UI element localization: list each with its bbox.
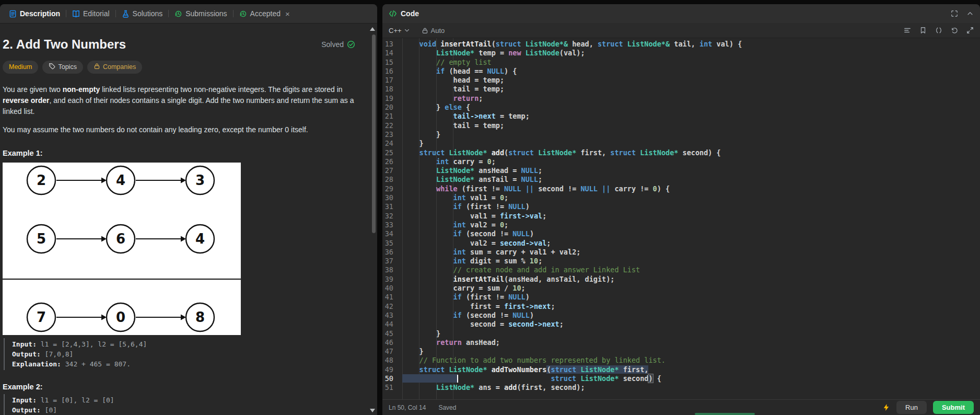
- language-selector[interactable]: C++: [389, 27, 410, 34]
- code-line[interactable]: 28 ListNode* ansTail = NULL;: [382, 175, 980, 184]
- linked-list-diagram: 243564708: [3, 163, 369, 335]
- code-line-text: tail = temp;: [393, 85, 504, 94]
- code-line[interactable]: 34 if (second != NULL): [382, 229, 980, 238]
- code-line[interactable]: 18 tail = temp;: [382, 85, 980, 94]
- autocomplete-toggle[interactable]: Auto: [422, 27, 445, 34]
- scroll-up-arrow[interactable]: [370, 27, 375, 31]
- line-number: 43: [382, 311, 393, 320]
- tab-editorial[interactable]: Editorial: [67, 9, 114, 18]
- code-line[interactable]: 20 } else {: [382, 103, 980, 112]
- code-line[interactable]: 47 }: [382, 347, 980, 356]
- line-number: 25: [382, 148, 393, 157]
- code-line-text: return ansHead;: [393, 338, 500, 347]
- code-line[interactable]: 31 if (first != NULL): [382, 202, 980, 211]
- code-line[interactable]: 42 first = first->next;: [382, 302, 980, 311]
- line-number: 44: [382, 320, 393, 329]
- expand-icon[interactable]: [966, 27, 974, 34]
- code-line-text: struct ListNode* addTwoNumbers(struct Li…: [393, 365, 648, 374]
- run-button[interactable]: Run: [896, 401, 927, 414]
- scroll-down-arrow[interactable]: [370, 409, 375, 412]
- code-line[interactable]: 45 }: [382, 329, 980, 338]
- code-line[interactable]: 24 }: [382, 139, 980, 148]
- badge-companies[interactable]: Companies: [87, 61, 142, 74]
- code-line[interactable]: 29 while (first != NULL || second != NUL…: [382, 185, 980, 193]
- code-line[interactable]: 49 struct ListNode* addTwoNumbers(struct…: [382, 365, 980, 374]
- tab-solutions[interactable]: Solutions: [117, 9, 168, 18]
- code-line-text: return;: [393, 94, 483, 103]
- horizontal-scrollbar-thumb[interactable]: [695, 413, 755, 415]
- code-line[interactable]: 32 val1 = first->val;: [382, 212, 980, 221]
- code-line[interactable]: 38 // create node and add in answer Link…: [382, 266, 980, 274]
- chevron-up-icon[interactable]: [966, 10, 974, 17]
- code-line[interactable]: 19 return;: [382, 94, 980, 103]
- tab-description[interactable]: Description: [4, 9, 65, 18]
- code-line[interactable]: 26 int carry = 0;: [382, 157, 980, 166]
- code-line-text: } else {: [393, 103, 470, 112]
- code-line[interactable]: 51 ListNode* ans = add(first, second);: [382, 383, 980, 392]
- code-line[interactable]: 14 ListNode* temp = new ListNode(val);: [382, 49, 980, 57]
- code-line[interactable]: 15 // empty list: [382, 58, 980, 67]
- line-number: 48: [382, 356, 393, 365]
- code-line-text: if (head == NULL) {: [393, 67, 517, 76]
- bolt-icon[interactable]: [882, 404, 890, 411]
- status-bar-actions: Run Submit: [882, 401, 974, 414]
- code-line-text: ListNode* ansTail = NULL;: [393, 175, 542, 184]
- code-line[interactable]: 25 struct ListNode* add(struct ListNode*…: [382, 148, 980, 157]
- badge-topics[interactable]: Topics: [42, 61, 83, 74]
- close-icon[interactable]: ×: [285, 10, 290, 18]
- code-line[interactable]: 23 }: [382, 130, 980, 139]
- code-line-text: struct ListNode* add(struct ListNode* fi…: [393, 148, 721, 157]
- code-line[interactable]: 43 if (second != NULL): [382, 311, 980, 320]
- code-line[interactable]: 46 return ansHead;: [382, 338, 980, 347]
- undo-icon[interactable]: [951, 27, 958, 34]
- example-row: Explanation: 342 + 465 = 807.: [12, 359, 369, 369]
- code-line[interactable]: 41 if (first != NULL): [382, 293, 980, 302]
- problem-description: You are given two non-empty linked lists…: [3, 84, 368, 135]
- code-line-text: int val2 = 0;: [393, 221, 508, 229]
- code-line-text: ListNode* ans = add(first, second);: [393, 383, 585, 392]
- code-line[interactable]: 16 if (head == NULL) {: [382, 67, 980, 76]
- code-line[interactable]: 50 struct ListNode* second) {: [382, 374, 980, 383]
- badge-medium[interactable]: Medium: [3, 61, 38, 74]
- code-line[interactable]: 21 tail->next = temp;: [382, 112, 980, 121]
- parens-icon[interactable]: [935, 27, 942, 34]
- editor-status-bar: Ln 50, Col 14 Saved Run Submit: [382, 399, 980, 415]
- solved-label: Solved: [321, 40, 344, 49]
- format-icon[interactable]: [904, 27, 911, 34]
- submit-button[interactable]: Submit: [933, 401, 974, 414]
- tab-accepted[interactable]: Accepted×: [235, 9, 295, 18]
- line-number: 24: [382, 139, 393, 148]
- left-panel-tabbar: DescriptionEditorialSolutionsSubmissions…: [0, 4, 377, 24]
- description-content: 2. Add Two Numbers Solved MediumTopicsCo…: [0, 24, 377, 415]
- code-line[interactable]: 36 int sum = carry + val1 + val2;: [382, 248, 980, 257]
- code-line[interactable]: 13 void insertAtTail(struct ListNode*& h…: [382, 40, 980, 49]
- line-number: 37: [382, 257, 393, 266]
- code-line[interactable]: 22 tail = temp;: [382, 121, 980, 130]
- description-paragraph: You are given two non-empty linked lists…: [3, 84, 368, 117]
- svg-text:3: 3: [195, 172, 205, 188]
- svg-text:0: 0: [116, 309, 125, 325]
- badge-row: MediumTopicsCompanies: [3, 61, 369, 74]
- code-line[interactable]: 40 carry = sum / 10;: [382, 284, 980, 293]
- left-scrollbar-thumb[interactable]: [372, 34, 376, 233]
- code-line[interactable]: 39 insertAtTail(ansHead, ansTail, digit)…: [382, 275, 980, 284]
- code-line[interactable]: 30 int val1 = 0;: [382, 193, 980, 202]
- code-line[interactable]: 33 int val2 = 0;: [382, 221, 980, 229]
- code-line[interactable]: 35 val2 = second->val;: [382, 239, 980, 248]
- fullscreen-icon[interactable]: [951, 10, 958, 17]
- line-number: 45: [382, 329, 393, 338]
- code-editor[interactable]: 13 void insertAtTail(struct ListNode*& h…: [382, 38, 980, 401]
- code-line[interactable]: 17 head = temp;: [382, 76, 980, 85]
- tab-separator: [233, 10, 234, 17]
- code-line[interactable]: 44 second = second->next;: [382, 320, 980, 329]
- code-line[interactable]: 48 // Function to add two numbers repres…: [382, 356, 980, 365]
- code-line-text: first = first->next;: [393, 302, 555, 311]
- doc-icon: [9, 10, 17, 18]
- bookmark-icon[interactable]: [919, 27, 927, 34]
- code-line[interactable]: 37 int digit = sum % 10;: [382, 257, 980, 266]
- svg-text:2: 2: [37, 172, 46, 188]
- tab-submissions[interactable]: Submissions: [170, 9, 231, 18]
- code-line-text: if (second != NULL): [393, 311, 534, 320]
- tab-label: Accepted: [250, 9, 281, 18]
- code-line[interactable]: 27 ListNode* ansHead = NULL;: [382, 166, 980, 175]
